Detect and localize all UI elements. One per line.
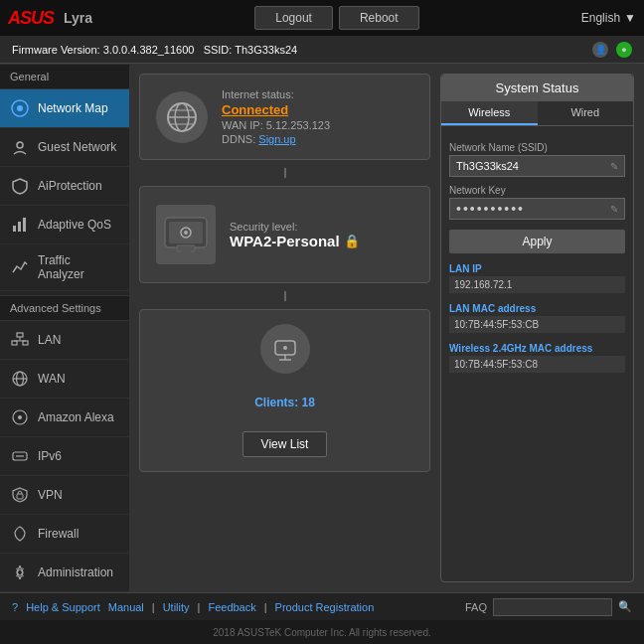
ssid-value: Th3G33ks24 <box>235 44 297 56</box>
lan-ip-value: 192.168.72.1 <box>449 276 625 293</box>
manual-link[interactable]: Manual <box>108 601 144 613</box>
connector-2 <box>139 291 430 301</box>
sidebar-item-ipv6[interactable]: IPv6 <box>0 437 129 476</box>
status-tabs: Wireless Wired <box>441 101 633 126</box>
svg-rect-4 <box>18 222 21 232</box>
sidebar-label-guest-network: Guest Network <box>38 140 116 154</box>
sidebar: General Network Map Guest Network AiProt… <box>0 64 129 592</box>
lan-ip-label: LAN IP <box>449 263 625 274</box>
vpn-icon <box>10 485 30 505</box>
ddns-value[interactable]: Sign.up <box>258 133 295 145</box>
svg-rect-5 <box>23 218 26 232</box>
reboot-button[interactable]: Reboot <box>339 6 419 30</box>
sidebar-item-wan[interactable]: WAN <box>0 360 129 399</box>
chevron-down-icon: ▼ <box>624 11 636 25</box>
firmware-bar: Firmware Version: 3.0.0.4.382_11600 SSID… <box>0 36 644 64</box>
sidebar-item-network-map[interactable]: Network Map <box>0 89 129 128</box>
wan-ip-label: WAN IP: <box>222 119 263 131</box>
firmware-label: Firmware Version: <box>12 44 100 56</box>
ssid-field-value: Th3G33ks24 <box>456 160 519 172</box>
sidebar-item-adaptive-qos[interactable]: Adaptive QoS <box>0 206 129 244</box>
network-map-panel: Internet status: Connected WAN IP: 5.12.… <box>139 74 430 582</box>
product-registration-link[interactable]: Product Registration <box>275 601 375 613</box>
ddns-line: DDNS: Sign.up <box>222 133 413 145</box>
tab-wireless[interactable]: Wireless <box>441 101 538 125</box>
footer-text: 2018 ASUSTeK Computer Inc. All rights re… <box>213 627 431 638</box>
lan-icon <box>10 330 30 350</box>
sidebar-label-ipv6: IPv6 <box>38 449 62 463</box>
header-icons: 👤 ● <box>592 42 632 58</box>
general-section-title: General <box>0 64 129 89</box>
clients-number[interactable]: 18 <box>302 396 315 409</box>
advanced-section-title: Advanced Settings <box>0 295 129 321</box>
sidebar-item-administration[interactable]: Administration <box>0 554 129 592</box>
svg-rect-6 <box>17 333 23 337</box>
logo-area: ASUS Lyra <box>8 8 92 29</box>
sidebar-label-vpn: VPN <box>38 488 63 502</box>
network-map-icon <box>10 98 30 118</box>
security-info: Security level: WPA2-Personal 🔒 <box>230 221 413 249</box>
firmware-version: 3.0.0.4.382_11600 <box>103 44 195 56</box>
amazon-alexa-icon <box>10 407 30 427</box>
lan-mac-value: 10:7B:44:5F:53:CB <box>449 316 625 333</box>
ssid-edit-icon[interactable]: ✎ <box>610 161 618 172</box>
clients-label: Clients: <box>254 396 298 409</box>
sidebar-item-amazon-alexa[interactable]: Amazon Alexa <box>0 399 129 437</box>
internet-status-value[interactable]: Connected <box>222 102 413 117</box>
sidebar-item-lan[interactable]: LAN <box>0 321 129 360</box>
aiprotection-icon <box>10 176 30 196</box>
utility-link[interactable]: Utility <box>163 601 190 613</box>
security-icon <box>156 205 216 264</box>
help-icon: ? <box>12 601 18 613</box>
sidebar-item-vpn[interactable]: VPN <box>0 476 129 515</box>
key-field-input[interactable]: •••••••••• ✎ <box>449 198 625 220</box>
help-support-link[interactable]: Help & Support <box>26 601 100 613</box>
sidebar-label-traffic-analyzer: Traffic Analyzer <box>38 253 119 281</box>
feedback-link[interactable]: Feedback <box>208 601 255 613</box>
svg-rect-7 <box>12 341 17 345</box>
key-edit-icon[interactable]: ✎ <box>610 204 618 215</box>
key-field-value: •••••••••• <box>456 201 525 217</box>
traffic-analyzer-icon <box>10 257 30 277</box>
svg-rect-3 <box>13 226 16 232</box>
sidebar-item-traffic-analyzer[interactable]: Traffic Analyzer <box>0 244 129 291</box>
sidebar-item-aiprotection[interactable]: AiProtection <box>0 167 129 206</box>
internet-card: Internet status: Connected WAN IP: 5.12.… <box>139 74 430 160</box>
firmware-text: Firmware Version: 3.0.0.4.382_11600 SSID… <box>12 44 297 56</box>
ssid-field-input[interactable]: Th3G33ks24 ✎ <box>449 155 625 177</box>
ssid-label: SSID: <box>204 44 233 56</box>
apply-button[interactable]: Apply <box>449 230 625 253</box>
top-bar: ASUS Lyra Logout Reboot English ▼ <box>0 0 644 36</box>
system-status-panel: System Status Wireless Wired Network Nam… <box>440 74 634 582</box>
status-icon: ● <box>616 42 632 58</box>
bottom-bar: ? Help & Support Manual| Utility| Feedba… <box>0 592 644 620</box>
faq-search-input[interactable] <box>493 598 612 616</box>
svg-rect-19 <box>17 494 23 499</box>
internet-status-label: Internet status: <box>222 88 413 100</box>
search-icon[interactable]: 🔍 <box>618 600 632 613</box>
guest-network-icon <box>10 137 30 157</box>
sidebar-label-administration: Administration <box>38 565 113 579</box>
svg-point-1 <box>17 105 23 111</box>
svg-point-16 <box>18 415 22 419</box>
content-area: Internet status: Connected WAN IP: 5.12.… <box>129 64 644 592</box>
sidebar-item-guest-network[interactable]: Guest Network <box>0 128 129 167</box>
tab-wired[interactable]: Wired <box>538 101 634 125</box>
sidebar-label-network-map: Network Map <box>38 101 108 115</box>
svg-rect-8 <box>23 341 28 345</box>
administration-icon <box>10 563 30 582</box>
svg-point-2 <box>17 142 23 148</box>
sidebar-item-firewall[interactable]: Firewall <box>0 515 129 554</box>
footer: 2018 ASUSTeK Computer Inc. All rights re… <box>0 620 644 644</box>
security-level-label: Security level: <box>230 221 413 233</box>
sidebar-label-firewall: Firewall <box>38 527 79 541</box>
wan-ip-addr: 5.12.253.123 <box>266 119 330 131</box>
system-status-title: System Status <box>441 75 633 101</box>
internet-icon <box>156 91 208 143</box>
language-selector[interactable]: English ▼ <box>581 11 636 25</box>
view-list-button[interactable]: View List <box>242 431 328 457</box>
svg-rect-38 <box>181 249 191 253</box>
logout-button[interactable]: Logout <box>254 6 333 30</box>
faq-label: FAQ <box>465 601 487 613</box>
main-layout: General Network Map Guest Network AiProt… <box>0 64 644 592</box>
